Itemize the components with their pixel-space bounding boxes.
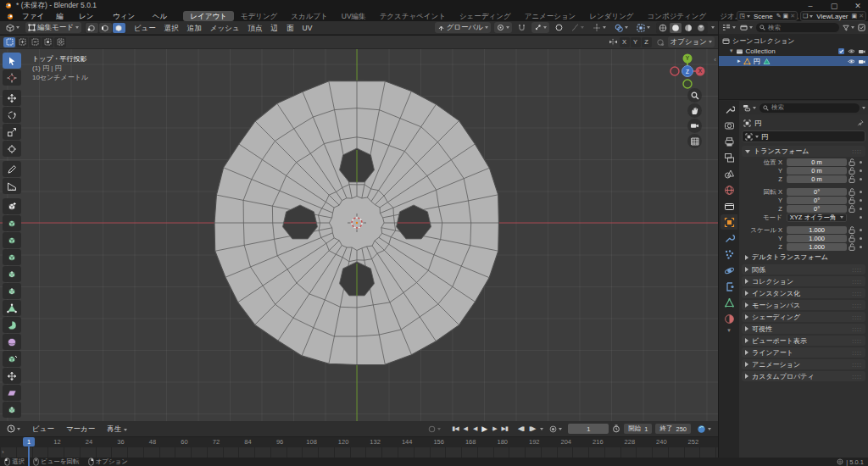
remove-viewlayer-icon[interactable]: ✕	[859, 13, 864, 19]
expand-open-icon[interactable]: ▾	[730, 47, 733, 54]
tool-shear[interactable]	[3, 385, 21, 401]
shading-material-preview-button[interactable]	[682, 23, 694, 33]
tool-select-box[interactable]	[3, 53, 21, 69]
workspace-tab-アニメーション[interactable]: アニメーション	[518, 11, 583, 21]
value-field[interactable]: 0 m	[787, 158, 847, 166]
frame-forward-button[interactable]: ▮▶	[527, 425, 537, 432]
tool-move[interactable]	[3, 90, 21, 106]
select-op-extend[interactable]	[16, 37, 28, 47]
select-op-invert[interactable]	[42, 37, 53, 47]
panel-grip-icon[interactable]: ::::	[852, 314, 862, 320]
tool-edge-slide[interactable]	[3, 351, 21, 367]
animate-dot-icon[interactable]	[857, 216, 865, 219]
outliner-row-Collection[interactable]: ▾Collection	[719, 46, 868, 56]
jump-start-button[interactable]: ▮◀	[450, 425, 459, 432]
lock-open-icon[interactable]	[847, 175, 856, 183]
auto-keyframe-toggle[interactable]	[547, 424, 565, 435]
timeline-menu-マーカー[interactable]: マーカー	[60, 424, 101, 434]
gizmo-dropdown[interactable]	[590, 22, 609, 33]
app-menu-ヘルプ[interactable]: ヘルプ	[147, 11, 175, 21]
tool-spin[interactable]	[3, 317, 21, 333]
viewport-menu-頂点[interactable]: 頂点	[244, 23, 267, 33]
animate-dot-icon[interactable]	[857, 191, 865, 193]
tool-shrink-fatten[interactable]	[3, 368, 21, 384]
lock-open-icon[interactable]	[847, 226, 856, 234]
panel-ビューポート表示[interactable]: ビューポート表示::::	[742, 336, 865, 346]
snap-toggle[interactable]	[515, 22, 528, 33]
workspace-tab-モデリング[interactable]: モデリング	[234, 11, 285, 21]
panel-可視性[interactable]: 可視性::::	[742, 324, 865, 334]
minimize-button[interactable]: –	[805, 2, 815, 10]
app-menu-編集[interactable]: 編集	[50, 11, 73, 21]
editor-type-button[interactable]	[3, 22, 22, 33]
lock-open-icon[interactable]	[847, 167, 856, 175]
shading-wireframe-button[interactable]	[657, 23, 669, 33]
app-menu-ウィンドウ[interactable]: ウィンドウ	[107, 11, 147, 21]
viewport-menu-面[interactable]: 面	[282, 23, 298, 33]
overlays-dropdown[interactable]	[612, 22, 631, 33]
keying-set-button[interactable]	[694, 424, 714, 435]
mirror-y-toggle[interactable]: Y	[631, 37, 641, 47]
app-menu-ファイル[interactable]: ファイル	[16, 11, 50, 21]
properties-tab-render[interactable]	[721, 118, 737, 133]
frame-end-field[interactable]: 終了250	[655, 424, 691, 434]
panel-grip-icon[interactable]: ::::	[852, 362, 862, 368]
animate-dot-icon[interactable]	[857, 237, 865, 240]
camera-view-button[interactable]	[687, 119, 702, 133]
pin-icon[interactable]: ✎	[776, 13, 782, 19]
viewport-menu-UV[interactable]: UV	[298, 23, 317, 33]
tool-add-cube[interactable]	[3, 198, 21, 214]
navigation-gizmo[interactable]: YXZ	[669, 52, 706, 91]
properties-search-input[interactable]: 検索	[760, 103, 860, 113]
pan-button[interactable]	[687, 103, 702, 118]
outliner-collection-dropdown[interactable]	[739, 22, 754, 33]
tool-knife[interactable]	[3, 283, 21, 299]
timeline-menu-再生[interactable]: 再生	[101, 424, 133, 434]
panel-grip-icon[interactable]: ::::	[852, 338, 862, 344]
properties-tab-world[interactable]	[721, 182, 737, 197]
workspace-tab-スカルプト[interactable]: スカルプト	[284, 11, 335, 21]
panel-grip-icon[interactable]: ::::	[852, 267, 862, 273]
panel-関係[interactable]: 関係::::	[742, 264, 865, 275]
panel-アニメーション[interactable]: アニメーション::::	[742, 359, 865, 369]
value-field[interactable]: 0 m	[787, 167, 847, 175]
properties-editor-type-button[interactable]	[742, 103, 757, 114]
outliner-row-シーンコレクション[interactable]: シーンコレクション	[719, 36, 868, 46]
tool-bevel[interactable]	[3, 249, 21, 265]
tool-poly-build[interactable]	[3, 300, 21, 316]
pivot-point-dropdown[interactable]	[494, 22, 512, 33]
current-frame-field[interactable]: 1	[568, 424, 609, 434]
workspace-tab-UV編集[interactable]: UV編集	[335, 11, 373, 21]
tabs-overflow-chevron[interactable]: ▾	[719, 327, 739, 334]
playback-sync-dropdown[interactable]	[426, 424, 443, 435]
tool-inset-faces[interactable]	[3, 232, 21, 248]
animate-dot-icon[interactable]	[857, 169, 865, 172]
unlink-scene-icon[interactable]: ✕	[790, 13, 795, 19]
properties-tab-material[interactable]	[721, 311, 737, 326]
next-keyframe-button[interactable]: ∙▶	[490, 425, 498, 432]
panel-grip-icon[interactable]: ::::	[852, 302, 862, 308]
animate-dot-icon[interactable]	[857, 178, 865, 180]
keying-dropdown[interactable]	[540, 428, 543, 430]
mirror-x-toggle[interactable]: X	[620, 37, 630, 47]
properties-tab-collection[interactable]	[721, 198, 737, 214]
timeline-editor-type-button[interactable]	[4, 424, 23, 435]
snap-base-icon[interactable]	[656, 38, 665, 47]
properties-options-dropdown[interactable]	[862, 107, 865, 109]
panel-インスタンス化[interactable]: インスタンス化::::	[742, 288, 865, 298]
viewport-menu-選択[interactable]: 選択	[160, 23, 183, 33]
orthographic-toggle-button[interactable]	[687, 134, 702, 148]
zoom-button[interactable]	[687, 88, 702, 103]
value-field[interactable]: 0°	[787, 197, 847, 204]
mirror-z-toggle[interactable]: Z	[642, 37, 652, 47]
xray-toggle[interactable]	[634, 22, 653, 33]
mode-dropdown[interactable]: 編集モード	[25, 22, 81, 33]
lock-open-icon[interactable]	[847, 235, 856, 242]
timeline-menu-ビュー[interactable]: ビュー	[26, 424, 60, 434]
viewport-menu-メッシュ[interactable]: メッシュ	[206, 23, 244, 33]
tool-rip-region[interactable]	[3, 402, 21, 418]
select-op-intersect[interactable]	[54, 37, 66, 47]
expand-closed-icon[interactable]: ▸	[737, 58, 741, 64]
select-op-subtract[interactable]	[29, 37, 41, 47]
value-field[interactable]: 0°	[787, 205, 847, 213]
